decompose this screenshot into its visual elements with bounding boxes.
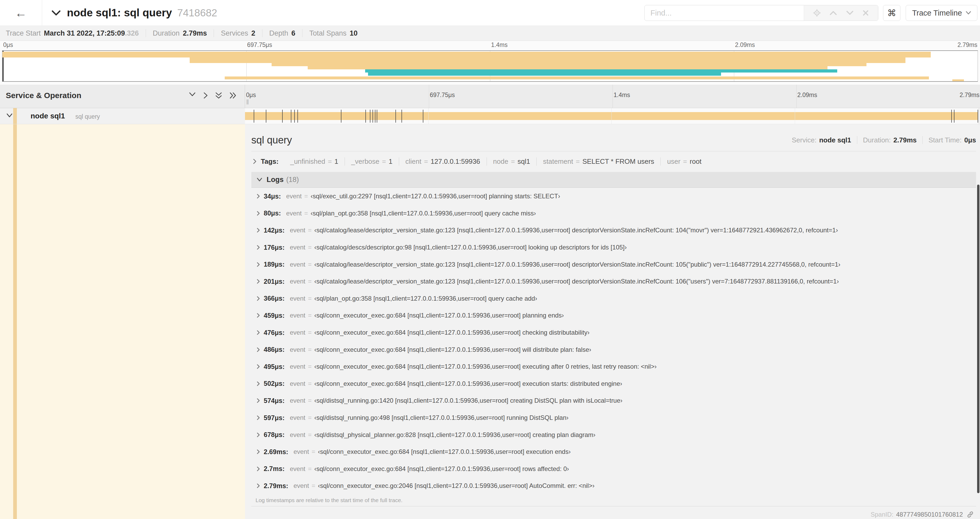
tag-key: user: [667, 157, 681, 166]
collapse-one-icon[interactable]: [189, 92, 196, 99]
divider: [146, 29, 146, 37]
log-row[interactable]: 476μs: event = ‹sql/conn_executor_exec.g…: [251, 324, 976, 341]
log-field-key: event: [286, 193, 302, 200]
tag-item[interactable]: _unfinished = 1: [284, 157, 345, 166]
collapse-children-icon[interactable]: [6, 113, 13, 119]
tag-value: SELECT * FROM users: [582, 157, 654, 166]
back-arrow-icon: ←: [15, 6, 27, 20]
tag-key: statement: [543, 157, 573, 166]
log-row[interactable]: 189μs: event = ‹sql/catalog/lease/descri…: [251, 256, 976, 273]
link-icon[interactable]: [967, 511, 974, 518]
log-field-value: ‹sql/plan_opt.go:358 [nsql1,client=127.0…: [310, 210, 536, 217]
tag-value: sql1: [518, 157, 530, 166]
log-marker-tick: [951, 110, 952, 123]
log-row[interactable]: 486μs: event = ‹sql/conn_executor_exec.g…: [251, 341, 976, 358]
trace-view-selector[interactable]: Trace Timeline: [906, 5, 977, 21]
expand-all-icon[interactable]: [229, 92, 237, 99]
chevron-right-icon: [256, 330, 260, 335]
equals-sign: =: [308, 397, 312, 404]
prev-result-icon[interactable]: [830, 11, 837, 15]
log-row[interactable]: 502μs: event = ‹sql/conn_executor_exec.g…: [251, 375, 976, 393]
log-field-key: event: [290, 312, 305, 319]
tag-item[interactable]: user = root: [661, 157, 708, 166]
timeline-tick-label: 1.4ms: [612, 91, 630, 99]
span-row[interactable]: node sql1 sql query: [0, 108, 980, 124]
keyboard-shortcuts-button[interactable]: ⌘: [883, 5, 900, 21]
tag-item[interactable]: node = sql1: [487, 157, 537, 166]
timeline-gridline: [795, 108, 795, 124]
log-row[interactable]: 142μs: event = ‹sql/catalog/lease/descri…: [251, 222, 976, 239]
span-name-cell[interactable]: node sql1 sql query: [0, 108, 245, 124]
tag-item[interactable]: _verbose = 1: [345, 157, 399, 166]
timeline-gridline: [796, 85, 797, 108]
expand-one-icon[interactable]: [203, 92, 208, 99]
equals-sign: =: [308, 312, 312, 319]
log-field-value: ‹sql/conn_executor_exec.go:2046 [nsql1,c…: [318, 482, 595, 489]
log-marker-tick: [375, 110, 375, 123]
log-field-key: event: [290, 346, 305, 353]
service-value: node sql1: [819, 136, 851, 144]
tag-value: 1: [388, 157, 392, 166]
log-row[interactable]: 597μs: event = ‹sql/distsql_running.go:4…: [251, 409, 976, 426]
trace-summary-bar: Trace Start March 31 2022, 17:25:09 .326…: [0, 26, 980, 41]
log-marker-tick: [266, 110, 266, 123]
log-row[interactable]: 2.69ms: event = ‹sql/conn_executor_exec.…: [251, 443, 976, 460]
back-button[interactable]: ←: [0, 0, 42, 26]
log-row[interactable]: 366μs: event = ‹sql/plan_opt.go:358 [nsq…: [251, 290, 976, 307]
equals-sign: =: [576, 157, 579, 166]
log-row[interactable]: 176μs: event = ‹sql/catalog/descs/descri…: [251, 239, 976, 256]
chevron-down-icon[interactable]: [52, 10, 60, 16]
log-row[interactable]: 2.79ms: event = ‹sql/conn_executor_exec.…: [251, 477, 976, 495]
log-row[interactable]: 2.7ms: event = ‹sql/conn_executor_exec.g…: [251, 460, 976, 477]
log-marker-tick: [423, 110, 423, 123]
locate-icon[interactable]: [813, 9, 821, 17]
equals-sign: =: [308, 278, 312, 285]
log-row[interactable]: 34μs: event = ‹sql/exec_util.go:2297 [ns…: [251, 188, 976, 205]
log-marker-tick: [341, 110, 341, 123]
equals-sign: =: [312, 482, 315, 489]
find-input[interactable]: [644, 5, 804, 21]
log-field-value: ‹sql/plan_opt.go:358 [nsql1,client=127.0…: [314, 295, 537, 302]
equals-sign: =: [308, 346, 312, 353]
tag-item[interactable]: client = 127.0.0.1:59936: [399, 157, 487, 166]
log-timestamp: 495μs:: [264, 363, 285, 370]
logs-count: (18): [286, 176, 299, 184]
timeline-gridline: [428, 108, 429, 124]
page-title: node sql1: sql query: [67, 6, 172, 19]
tags-accordion[interactable]: Tags: _unfinished = 1 _verbose = 1 clien…: [251, 156, 976, 167]
chevron-right-icon: [256, 228, 260, 233]
log-marker-tick: [395, 110, 396, 123]
duration-label: Duration: [153, 29, 180, 37]
collapse-all-icon[interactable]: [215, 92, 222, 99]
span-bar-area[interactable]: [245, 108, 978, 124]
log-row[interactable]: 574μs: event = ‹sql/distsql_running.go:1…: [251, 392, 976, 409]
log-timestamp: 366μs:: [264, 295, 285, 302]
tag-item[interactable]: statement = SELECT * FROM users: [537, 157, 661, 166]
log-timestamp: 476μs:: [264, 329, 285, 337]
duration-value: 2.79ms: [183, 29, 207, 37]
log-row[interactable]: 201μs: event = ‹sql/catalog/lease/descri…: [251, 273, 976, 290]
minimap-canvas[interactable]: [2, 50, 978, 82]
minimap-span-bar: [2, 52, 931, 57]
log-field-key: event: [290, 397, 305, 404]
minimap-tick-labels: 0μs697.75μs1.4ms2.09ms2.79ms: [2, 42, 978, 50]
total-spans-label: Total Spans: [309, 29, 347, 37]
logs-title: Logs: [267, 176, 284, 184]
log-field-value: ‹sql/distsql_physical_planner.go:828 [ns…: [314, 431, 595, 439]
vertical-scrollbar-thumb[interactable]: [977, 185, 980, 493]
log-field-key: event: [290, 244, 305, 251]
chevron-right-icon: [256, 211, 260, 216]
log-row[interactable]: 495μs: event = ‹sql/conn_executor_exec.g…: [251, 358, 976, 375]
timeline-gridline: [429, 85, 429, 108]
next-result-icon[interactable]: [846, 11, 854, 15]
log-field-key: event: [290, 465, 305, 473]
log-field-key: event: [290, 431, 305, 439]
logs-header[interactable]: Logs (18): [251, 172, 976, 188]
log-row[interactable]: 678μs: event = ‹sql/distsql_physical_pla…: [251, 426, 976, 443]
log-row[interactable]: 459μs: event = ‹sql/conn_executor_exec.g…: [251, 307, 976, 324]
log-row[interactable]: 80μs: event = ‹sql/plan_opt.go:358 [nsql…: [251, 205, 976, 222]
equals-sign: =: [511, 157, 515, 166]
equals-sign: =: [683, 157, 687, 166]
log-marker-tick: [377, 110, 377, 123]
clear-search-icon[interactable]: [862, 10, 869, 16]
